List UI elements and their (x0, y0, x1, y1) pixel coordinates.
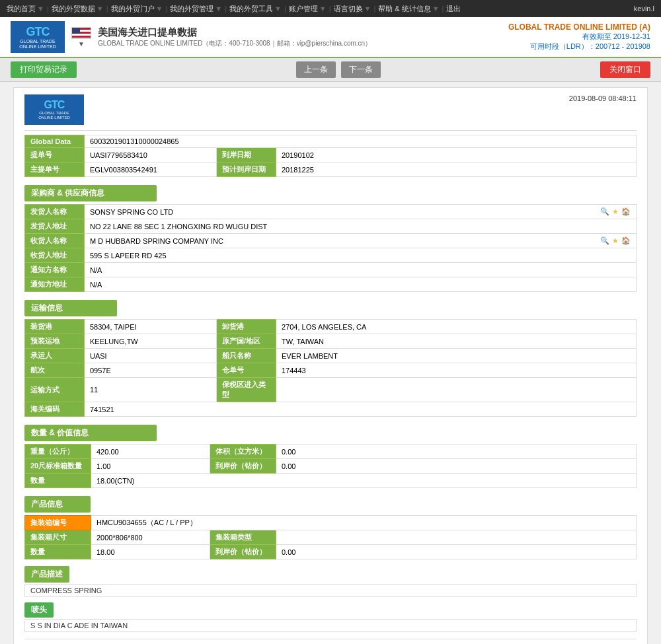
logo: GTC GLOBAL TRADEONLINE LIMITED (11, 21, 65, 53)
nav-language[interactable]: 语言切换 (334, 4, 363, 14)
carrier-value: UASI (85, 349, 217, 363)
container-num-label: 集装箱编号 (25, 516, 91, 530)
weight-value: 420.00 (91, 445, 210, 459)
transport-mode-label: 运输方式 (25, 378, 85, 402)
nav-tools[interactable]: 我的外贸工具 (229, 4, 273, 14)
estimated-arrival-label: 预计到岸日期 (217, 162, 276, 177)
qty-label: 数量 (25, 474, 91, 488)
print-button-top[interactable]: 打印贸易记录 (11, 61, 77, 78)
nav-logout[interactable]: 退出 (446, 4, 461, 14)
consignee-home-icon[interactable]: 🏠 (621, 236, 631, 245)
load-port-label: 装货港 (25, 320, 85, 334)
bill-no-label: 提单号 (25, 148, 85, 162)
origin-value: TW, TAIWAN (276, 334, 637, 349)
notify-name-value: N/A (85, 263, 637, 277)
shipper-home-icon[interactable]: 🏠 (621, 207, 631, 216)
shipper-search-icon[interactable]: 🔍 (600, 207, 609, 216)
transport-section-header: 运输信息 (24, 300, 117, 316)
arrival-price-value: 0.00 (276, 459, 637, 474)
container-no-value: 174443 (276, 363, 637, 378)
prev-button-top[interactable]: 上一条 (296, 61, 336, 78)
bonded-value (276, 378, 637, 402)
customs-code-label: 海关编码 (25, 402, 85, 417)
consignee-addr-value: 595 S LAPEER RD 425 (85, 248, 637, 263)
global-data-label: Global Data (25, 135, 85, 148)
quantity-section-header: 数量 & 价值信息 (24, 425, 157, 441)
shipper-addr-value: NO 22 LANE 88 SEC 1 ZHONGXING RD WUGU DI… (85, 219, 637, 234)
arrival-date-value: 20190102 (276, 148, 637, 162)
validity-label: 有效期至 2019-12-31 (508, 32, 650, 42)
pre-carriage-label: 预装运地 (25, 334, 85, 349)
container20-value: 1.00 (91, 459, 210, 474)
consignee-name-label: 收货人名称 (25, 234, 85, 248)
estimated-arrival-value: 20181225 (276, 162, 637, 177)
product-qty-value: 18.00 (91, 545, 210, 559)
customs-code-value: 741521 (85, 402, 637, 417)
shipper-section-header: 采购商 & 供应商信息 (24, 185, 157, 201)
next-button-top[interactable]: 下一条 (341, 61, 381, 78)
master-bill-value: EGLV003803542491 (85, 162, 217, 177)
global-data-value: 6003201901310000024865 (85, 135, 637, 148)
consignee-name-value: M D HUBBARD SPRING COMPANY INC 🔍 ★ 🏠 (85, 234, 637, 248)
marks-header: 唛头 (24, 602, 54, 618)
top-nav: 我的首页 ▼ | 我的外贸数据 ▼ | 我的外贸门户 ▼ | 我的外贸管理 ▼ … (7, 4, 461, 14)
nav-manage[interactable]: 我的外贸管理 (170, 4, 214, 14)
discharge-port-value: 2704, LOS ANGELES, CA (276, 320, 637, 334)
ldr-label: 可用时段（LDR）：200712 - 201908 (508, 42, 650, 52)
product-arrival-price-value: 0.00 (276, 545, 637, 559)
product-arrival-price-label: 到岸价（钻价） (210, 545, 276, 559)
voyage-label: 航次 (25, 363, 85, 378)
bill-no-value: UASI7796583410 (85, 148, 217, 162)
doc-timestamp: 2019-08-09 08:48:11 (569, 94, 637, 102)
user-info: kevin.l (634, 5, 654, 13)
product-desc-header: 产品描述 (24, 566, 69, 583)
pre-carriage-value: KEELUNG,TW (85, 334, 217, 349)
weight-label: 重量（公斤） (25, 445, 91, 459)
container-num-value: HMCU9034655（AC / L / PP） (91, 516, 637, 530)
product-qty-label: 数量 (25, 545, 91, 559)
container20-label: 20尺标准箱数量 (25, 459, 91, 474)
container-type-value (276, 530, 637, 545)
container-no-label: 仓单号 (217, 363, 276, 378)
nav-account[interactable]: 账户管理 (289, 4, 318, 14)
nav-export[interactable]: 我的外贸门户 (111, 4, 155, 14)
bonded-label: 保税区进入类型 (217, 378, 276, 402)
flag-divider: ▼ (71, 27, 91, 48)
shipper-addr-label: 发货人地址 (25, 219, 85, 234)
page-title: 美国海关进口提单数据 (98, 26, 371, 39)
nav-help[interactable]: 帮助 & 统计信息 (378, 4, 430, 14)
carrier-label: 承运人 (25, 349, 85, 363)
load-port-value: 58304, TAIPEI (85, 320, 217, 334)
volume-label: 体积（立方米） (210, 445, 276, 459)
consignee-search-icon[interactable]: 🔍 (600, 236, 609, 245)
nav-my-data[interactable]: 我的外贸数据 (52, 4, 95, 14)
container-type-label: 集装箱类型 (210, 530, 276, 545)
container-size-value: 2000*806*800 (91, 530, 210, 545)
arrival-date-label: 到岸日期 (217, 148, 276, 162)
notify-name-label: 通知方名称 (25, 263, 85, 277)
product-section-header: 产品信息 (24, 496, 91, 513)
transport-mode-value: 11 (85, 378, 217, 402)
volume-value: 0.00 (276, 445, 637, 459)
close-button-top[interactable]: 关闭窗口 (600, 61, 650, 78)
qty-value: 18.00(CTN) (91, 474, 637, 488)
arrival-price-label: 到岸价（钻价） (210, 459, 276, 474)
subtitle: GLOBAL TRADE ONLINE LIMITED（电话：400-710-3… (98, 39, 371, 48)
marks-value: S S IN DIA C ADE IN TAIWAN (24, 619, 637, 632)
shipper-name-value: SONSY SPRING CO LTD 🔍 ★ 🏠 (85, 205, 637, 219)
nav-home[interactable]: 我的首页 (7, 4, 36, 14)
master-bill-label: 主提单号 (25, 162, 85, 177)
shipper-star-icon[interactable]: ★ (612, 207, 619, 216)
container-size-label: 集装箱尺寸 (25, 530, 91, 545)
shipper-name-label: 发货人名称 (25, 205, 85, 219)
consignee-star-icon[interactable]: ★ (612, 236, 619, 245)
voyage-value: 0957E (85, 363, 217, 378)
consignee-addr-label: 收货人地址 (25, 248, 85, 263)
vessel-name-value: EVER LAMBENT (276, 349, 637, 363)
origin-label: 原产国/地区 (217, 334, 276, 349)
notify-addr-value: N/A (85, 277, 637, 292)
notify-addr-label: 通知方地址 (25, 277, 85, 292)
doc-logo: GTC GLOBAL TRADEONLINE LIMITED (24, 94, 84, 125)
discharge-port-label: 卸货港 (217, 320, 276, 334)
vessel-name-label: 船只名称 (217, 349, 276, 363)
